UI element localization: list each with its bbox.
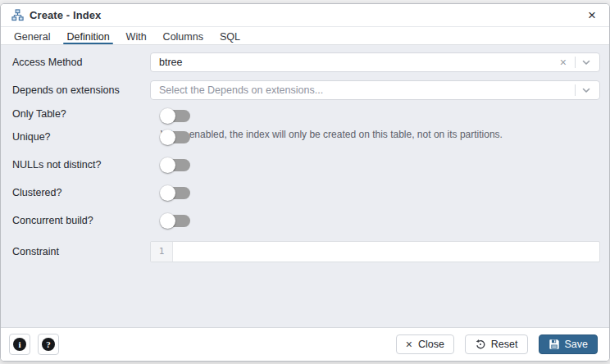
toggle-knob: [160, 157, 175, 173]
toggle-knob: [160, 130, 175, 145]
definition-panel: Access Method btree × Depends on extensi…: [1, 45, 609, 327]
close-button-label: Close: [418, 339, 444, 350]
depends-on-extensions-row: Depends on extensions Select the Depends…: [12, 80, 600, 100]
dialog-help-button[interactable]: ?: [38, 334, 59, 355]
toggle-knob: [160, 185, 175, 201]
only-table-row: Only Table? When enabled, the index will…: [12, 108, 600, 123]
dialog-title: Create - Index: [30, 9, 101, 21]
save-button[interactable]: Save: [539, 334, 599, 354]
unique-row: Unique?: [12, 130, 600, 144]
chevron-down-icon[interactable]: [579, 85, 594, 95]
tab-bar: General Definition With Columns SQL: [1, 27, 609, 45]
sql-help-button[interactable]: i: [9, 334, 30, 355]
access-method-row: Access Method btree ×: [12, 52, 600, 72]
reset-button-label: Reset: [491, 339, 518, 350]
unique-toggle[interactable]: [161, 131, 190, 143]
concurrent-build-row: Concurrent build?: [12, 213, 600, 228]
constraint-code-content[interactable]: [173, 242, 599, 262]
dialog-close-icon[interactable]: ×: [585, 7, 599, 24]
dialog-titlebar: Create - Index ×: [1, 4, 609, 27]
depends-on-extensions-label: Depends on extensions: [12, 84, 150, 96]
tab-general[interactable]: General: [6, 27, 58, 44]
close-x-icon: ×: [406, 339, 412, 350]
line-number-gutter: 1: [151, 242, 173, 262]
save-button-label: Save: [565, 339, 589, 350]
clustered-row: Clustered?: [12, 185, 600, 200]
index-icon: [11, 9, 24, 21]
info-icon: i: [13, 338, 26, 351]
clear-icon[interactable]: ×: [555, 57, 571, 68]
tab-columns[interactable]: Columns: [155, 27, 212, 44]
constraint-row: Constraint 1: [12, 241, 600, 262]
toggle-knob: [160, 213, 175, 229]
reset-button[interactable]: Reset: [465, 334, 528, 354]
reset-icon: [475, 339, 486, 350]
nulls-not-distinct-row: NULLs not distinct?: [12, 157, 600, 172]
constraint-code-editor[interactable]: 1: [150, 241, 600, 262]
chevron-down-icon[interactable]: [579, 57, 594, 67]
combo-separator: [575, 57, 576, 68]
nulls-not-distinct-toggle[interactable]: [161, 159, 190, 171]
save-icon: [549, 339, 560, 350]
nulls-not-distinct-label: NULLs not distinct?: [12, 159, 150, 171]
unique-label: Unique?: [12, 131, 150, 143]
access-method-select[interactable]: btree ×: [150, 52, 600, 72]
concurrent-build-label: Concurrent build?: [12, 215, 150, 226]
clustered-toggle[interactable]: [161, 187, 190, 199]
combo-separator: [575, 84, 576, 96]
depends-placeholder: Select the Depends on extensions...: [159, 84, 571, 96]
screen: Create - Index × General Definition With…: [0, 0, 610, 364]
tab-definition[interactable]: Definition: [58, 27, 117, 44]
constraint-label: Constraint: [12, 241, 150, 257]
close-button[interactable]: × Close: [396, 334, 454, 354]
access-method-label: Access Method: [12, 57, 150, 68]
only-table-toggle[interactable]: [161, 110, 190, 122]
dialog-footer: i ? × Close Reset: [1, 327, 609, 361]
only-table-label: Only Table?: [12, 108, 150, 120]
tab-sql[interactable]: SQL: [212, 27, 248, 44]
clustered-label: Clustered?: [12, 187, 150, 198]
concurrent-build-toggle[interactable]: [161, 215, 190, 227]
access-method-value: btree: [159, 57, 555, 68]
create-index-dialog: Create - Index × General Definition With…: [0, 3, 610, 362]
toggle-knob: [160, 108, 175, 124]
question-icon: ?: [42, 338, 55, 351]
depends-on-extensions-select[interactable]: Select the Depends on extensions...: [150, 80, 600, 100]
tab-with[interactable]: With: [118, 27, 155, 44]
